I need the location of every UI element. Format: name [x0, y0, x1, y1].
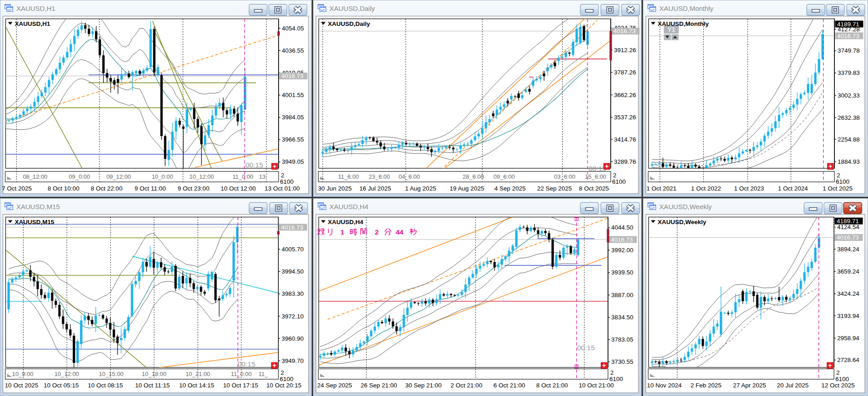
- svg-text:3424.24: 3424.24: [837, 290, 859, 297]
- svg-text:10_12:00: 10_12:00: [54, 371, 79, 377]
- svg-text:4036.55: 4036.55: [282, 47, 304, 54]
- svg-text:8 Oct 22:00: 8 Oct 22:00: [91, 185, 123, 192]
- svg-text:4124.54: 4124.54: [837, 224, 859, 230]
- svg-text:4 Sep 2025: 4 Sep 2025: [494, 185, 525, 192]
- svg-text:XAUUSD,H4: XAUUSD,H4: [329, 203, 368, 210]
- svg-text:XAUUSD,Monthly: XAUUSD,Monthly: [658, 20, 709, 27]
- svg-text:26 Sep 21:00: 26 Sep 21:00: [361, 382, 397, 389]
- svg-text:23_6:00: 23_6:00: [369, 173, 390, 180]
- svg-text:4005.70: 4005.70: [282, 246, 304, 253]
- svg-text:3749.78: 3749.78: [838, 47, 860, 54]
- svg-text:10 Oct 05:15: 10 Oct 05:15: [44, 382, 78, 389]
- svg-text:3894.24: 3894.24: [837, 246, 859, 253]
- svg-text:1 Oct 2021: 1 Oct 2021: [647, 185, 677, 192]
- svg-text:11_6:00: 11_6:00: [338, 173, 359, 180]
- svg-text:08_12:00: 08_12:00: [23, 173, 47, 180]
- svg-text:3912.26: 3912.26: [614, 47, 636, 54]
- svg-text:1 Oct 2024: 1 Oct 2024: [778, 185, 809, 192]
- svg-text:1 Oct 2022: 1 Oct 2022: [691, 185, 721, 192]
- svg-text:XAUUSD,H4: XAUUSD,H4: [328, 219, 364, 225]
- svg-text:4054.05: 4054.05: [282, 25, 304, 32]
- svg-text:3783.05: 3783.05: [611, 336, 633, 343]
- svg-text:4016.73: 4016.73: [837, 33, 859, 39]
- svg-text:8 Oct 2025: 8 Oct 2025: [579, 185, 609, 192]
- svg-text:3289.76: 3289.76: [614, 158, 636, 165]
- svg-text:10_15:00: 10_15:00: [99, 371, 123, 377]
- svg-text:4189.71: 4189.71: [837, 21, 859, 28]
- svg-text:4016.73: 4016.73: [837, 234, 859, 241]
- svg-text:XAUUSD,H1: XAUUSD,H1: [15, 20, 51, 27]
- svg-text:6 Oct 21:00: 6 Oct 21:00: [494, 382, 525, 389]
- svg-text:30 Sep 21:00: 30 Sep 21:00: [405, 382, 441, 389]
- svg-text:13: 13: [259, 173, 265, 180]
- svg-text:22 Sep 2025: 22 Sep 2025: [537, 185, 572, 192]
- svg-text:1 Aug 2025: 1 Aug 2025: [405, 185, 436, 192]
- svg-text:09_12:00: 09_12:00: [106, 173, 131, 180]
- svg-text:3379.83: 3379.83: [838, 69, 860, 76]
- svg-text:9 Oct 11:00: 9 Oct 11:00: [135, 185, 166, 192]
- svg-text:10_0:00: 10_0:00: [152, 173, 173, 180]
- svg-text:44: 44: [396, 228, 404, 236]
- svg-text:10 Oct 14:15: 10 Oct 14:15: [179, 382, 214, 389]
- svg-text:3984.05: 3984.05: [282, 114, 304, 121]
- svg-text:XAUUSD,M15: XAUUSD,M15: [15, 219, 55, 225]
- svg-text:3949.70: 3949.70: [282, 357, 304, 364]
- svg-text:00:15: 00:15: [245, 161, 263, 169]
- svg-text:1: 1: [340, 228, 344, 236]
- svg-text:7 Oct 2025: 7 Oct 2025: [2, 185, 32, 192]
- svg-text:1884.93: 1884.93: [838, 158, 860, 165]
- svg-text:30 Jun 2025: 30 Jun 2025: [318, 185, 352, 192]
- svg-text:6100: 6100: [836, 178, 849, 185]
- svg-text:2: 2: [375, 228, 379, 236]
- svg-text:2958.94: 2958.94: [837, 335, 859, 342]
- svg-text:28_6:00: 28_6:00: [463, 173, 484, 180]
- svg-text:11_0:00: 11_0:00: [232, 173, 253, 180]
- svg-text:XAUUSD,Daily: XAUUSD,Daily: [328, 20, 371, 27]
- svg-text:3002.33: 3002.33: [838, 92, 860, 99]
- svg-text:20 Jul 2025: 20 Jul 2025: [777, 382, 809, 389]
- svg-text:24 Sep 2025: 24 Sep 2025: [317, 382, 352, 389]
- svg-text:00:15: 00:15: [238, 360, 255, 368]
- svg-text:6100: 6100: [280, 178, 294, 185]
- svg-text:XAUUSD,H1: XAUUSD,H1: [16, 5, 55, 12]
- svg-text:3834.50: 3834.50: [611, 314, 633, 321]
- svg-text:4044.50: 4044.50: [611, 224, 633, 231]
- svg-text:3949.05: 3949.05: [282, 158, 304, 165]
- svg-text:3972.10: 3972.10: [282, 313, 304, 320]
- svg-text:2254.88: 2254.88: [838, 136, 860, 143]
- svg-text:XAUUSD,Monthly: XAUUSD,Monthly: [659, 5, 714, 12]
- svg-text:10 Oct 12:00: 10 Oct 12:00: [221, 185, 255, 192]
- svg-text:13 Oct 01:00: 13 Oct 01:00: [265, 185, 299, 192]
- svg-text:19 Aug 2025: 19 Aug 2025: [450, 185, 484, 192]
- svg-text:09_6:00: 09_6:00: [494, 173, 515, 180]
- svg-text:10_18:00: 10_18:00: [142, 371, 166, 377]
- svg-text:9 Oct 23:00: 9 Oct 23:00: [178, 185, 210, 192]
- svg-text:10_12:00: 10_12:00: [189, 173, 214, 180]
- svg-text:8 Oct 21:00: 8 Oct 21:00: [536, 382, 568, 389]
- svg-text:XAUUSD,Daily: XAUUSD,Daily: [329, 5, 375, 12]
- svg-text:3662.26: 3662.26: [614, 92, 636, 98]
- svg-text:2728.64: 2728.64: [837, 357, 859, 363]
- svg-text:11_0:00: 11_0:00: [231, 371, 252, 377]
- svg-text:10 Oct 08:15: 10 Oct 08:15: [88, 382, 123, 389]
- svg-text:00:15: 00:15: [577, 344, 595, 352]
- svg-text:2 Oct 21:00: 2 Oct 21:00: [451, 382, 482, 389]
- svg-text:10 Oct 21:00: 10 Oct 21:00: [579, 382, 613, 389]
- svg-text:3992.00: 3992.00: [611, 247, 633, 254]
- svg-text:2632.38: 2632.38: [838, 114, 860, 121]
- svg-text:4189.71: 4189.71: [837, 218, 859, 225]
- svg-text:4016.73: 4016.73: [281, 224, 304, 231]
- svg-text:10 Oct 20:15: 10 Oct 20:15: [266, 382, 301, 389]
- svg-text:16 Jul 2025: 16 Jul 2025: [359, 185, 391, 192]
- svg-text:4016.73: 4016.73: [611, 236, 633, 243]
- svg-text:10 Oct 11:15: 10 Oct 11:15: [135, 382, 170, 389]
- svg-text:3966.55: 3966.55: [282, 136, 304, 143]
- svg-text:00:15: 00:15: [588, 165, 606, 172]
- svg-text:10 Nov 2024: 10 Nov 2024: [647, 382, 682, 389]
- svg-text:10 Oct 2025: 10 Oct 2025: [5, 382, 39, 389]
- svg-text:10_9:00: 10_9:00: [12, 371, 34, 377]
- svg-text:15_6:00: 15_6:00: [585, 173, 606, 180]
- svg-text:XAUUSD,Weekly: XAUUSD,Weekly: [659, 203, 712, 210]
- svg-text:27 Apr 2025: 27 Apr 2025: [733, 382, 766, 389]
- svg-text:6100: 6100: [612, 178, 626, 185]
